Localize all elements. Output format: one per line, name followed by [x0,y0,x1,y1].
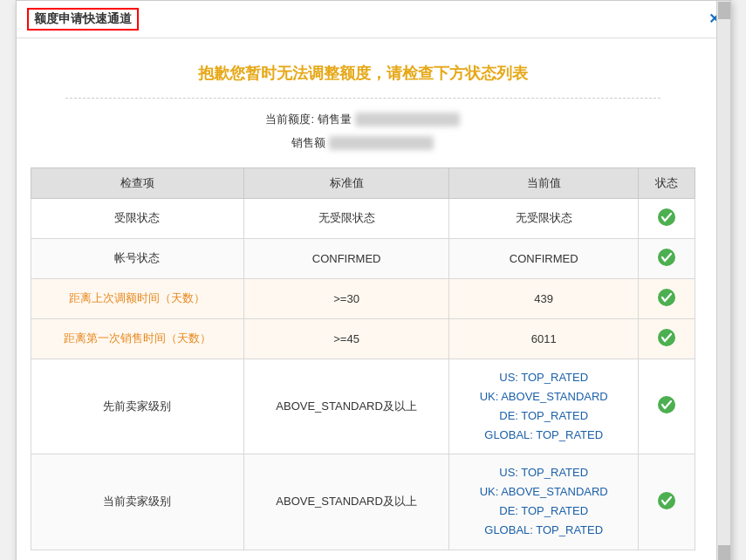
cell-check-item: 当前卖家级别 [31,454,244,550]
scrollbar-thumb-bottom[interactable] [718,545,730,560]
dialog-body: 抱歉您暂时无法调整额度，请检查下方状态列表 当前额度: 销售量 销售额 检查项 … [17,38,716,560]
scrollbar[interactable] [716,1,730,560]
sales-amount-label: 销售额 [291,133,325,153]
sales-amount-value-blurred [329,136,434,150]
cell-current: 439 [449,278,639,318]
cell-status [639,198,695,238]
check-icon [657,297,676,310]
cell-standard: CONFIRMED [244,238,449,278]
check-icon [657,256,676,270]
cell-status [639,238,695,278]
col-standard: 标准值 [244,167,449,198]
status-table: 检查项 标准值 当前值 状态 受限状态无受限状态无受限状态 帐号状态CONFIR… [31,167,695,550]
dialog-header: 额度申请快速通道 ✕ [17,1,730,38]
sales-amount-row: 销售额 [31,133,695,153]
svg-point-5 [658,492,675,509]
cell-check-item: 帐号状态 [31,238,244,278]
table-row: 距离上次调额时间（天数）>=30439 [31,278,695,318]
svg-point-0 [658,208,675,226]
cell-current: US: TOP_RATEDUK: ABOVE_STANDARDDE: TOP_R… [449,454,639,550]
cell-current: US: TOP_RATEDUK: ABOVE_STANDARDDE: TOP_R… [449,359,639,454]
dialog-container: 额度申请快速通道 ✕ 抱歉您暂时无法调整额度，请检查下方状态列表 当前额度: 销… [16,0,731,560]
cell-standard: ABOVE_STANDARD及以上 [244,359,449,454]
col-status: 状态 [639,167,695,198]
cell-check-item: 距离第一次销售时间（天数） [31,318,244,359]
cell-current: 无受限状态 [449,198,639,238]
cell-standard: >=30 [244,278,449,318]
main-notice: 抱歉您暂时无法调整额度，请检查下方状态列表 [31,63,695,84]
check-icon [657,404,676,417]
table-header-row: 检查项 标准值 当前值 状态 [31,167,695,198]
cell-check-item: 距离上次调额时间（天数） [31,278,244,318]
scrollbar-thumb-top[interactable] [718,2,730,19]
svg-point-1 [658,249,675,266]
table-row: 当前卖家级别ABOVE_STANDARD及以上US: TOP_RATEDUK: … [31,454,695,550]
svg-point-4 [658,396,675,413]
svg-point-3 [658,329,675,346]
check-icon [657,216,676,229]
check-icon [657,337,676,350]
col-current: 当前值 [449,167,639,198]
svg-point-2 [658,289,675,306]
table-row: 帐号状态CONFIRMEDCONFIRMED [31,238,695,278]
cell-standard: ABOVE_STANDARD及以上 [244,454,449,550]
cell-standard: 无受限状态 [244,198,449,238]
cell-standard: >=45 [244,318,449,359]
cell-status [639,454,695,550]
divider [65,98,660,99]
cell-check-item: 先前卖家级别 [31,359,244,454]
dialog-title: 额度申请快速通道 [27,8,139,31]
cell-current: CONFIRMED [449,238,639,278]
current-quota-label: 当前额度: 销售量 [265,109,351,129]
cell-status [639,278,695,318]
table-row: 受限状态无受限状态无受限状态 [31,198,695,238]
table-row: 距离第一次销售时间（天数）>=456011 [31,318,695,359]
quota-sales-row: 当前额度: 销售量 [31,109,695,129]
check-icon [657,500,676,513]
cell-current: 6011 [449,318,639,359]
info-section: 当前额度: 销售量 销售额 [31,109,695,154]
cell-status [639,359,695,454]
cell-status [639,318,695,359]
table-row: 先前卖家级别ABOVE_STANDARD及以上US: TOP_RATEDUK: … [31,359,695,454]
cell-check-item: 受限状态 [31,198,244,238]
col-check-item: 检查项 [31,167,244,198]
quota-sales-value-blurred [355,113,460,126]
